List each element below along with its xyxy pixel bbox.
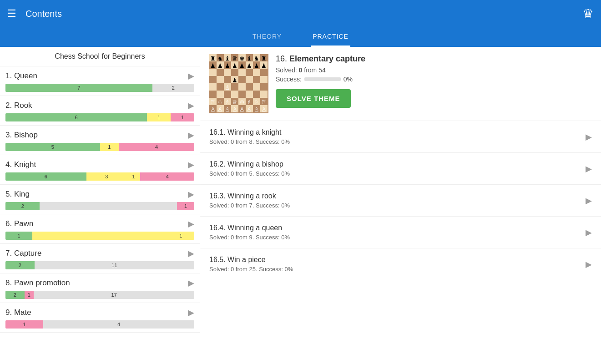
sub-lesson-3[interactable]: 16.3. Winning a rook Solved: 0 from 7. S… (200, 185, 601, 217)
svg-rect-13 (217, 76, 224, 83)
sidebar-item-label: 1. Queen (5, 71, 37, 81)
svg-rect-15 (246, 76, 253, 83)
svg-text:♙: ♙ (261, 106, 267, 113)
bar-pink: 1 (5, 320, 43, 329)
progress-bar: 7 2 (5, 84, 194, 92)
play-icon: ▶ (586, 132, 592, 142)
sub-lesson-title: 16.2. Winning a bishop (209, 160, 580, 168)
lesson-title: 16. Elementary capture (276, 54, 592, 64)
svg-text:♗: ♗ (247, 99, 252, 106)
sidebar-item-label: 5. King (5, 190, 30, 199)
bar-yellow-2: 1 (167, 232, 194, 240)
bar-green: 2 (5, 202, 40, 210)
bar-empty: 17 (34, 291, 194, 299)
svg-text:♗: ♗ (225, 99, 230, 106)
progress-bar: 1 1 (5, 232, 194, 240)
lesson-stats: Solved: 0 from 54 (276, 66, 592, 74)
sidebar-item-capture[interactable]: 7. Capture ▶ 2 11 (0, 244, 200, 273)
progress-bar: 2 1 17 (5, 291, 194, 299)
tab-practice[interactable]: PRACTICE (311, 27, 350, 47)
sub-lesson-info: 16.5. Win a piece Solved: 0 from 25. Suc… (209, 256, 580, 273)
svg-rect-9 (209, 69, 217, 76)
sidebar-item-mate[interactable]: 9. Mate ▶ 1 4 (0, 303, 200, 333)
sidebar-item-bishop[interactable]: 3. Bishop ▶ 5 1 4 (0, 126, 200, 155)
bar-pink: 4 (140, 172, 194, 181)
bar-empty: 2 (152, 84, 194, 92)
progress-bar: 1 4 (5, 320, 194, 329)
sidebar-title: Chess School for Beginners (0, 47, 200, 66)
solved-total: 54 (318, 66, 326, 74)
sub-lesson-stats: Solved: 0 from 5. Success: 0% (209, 170, 580, 177)
sub-lesson-info: 16.2. Winning a bishop Solved: 0 from 5.… (209, 160, 580, 177)
play-icon: ▶ (188, 189, 194, 199)
svg-text:♙: ♙ (225, 106, 230, 113)
bar-yellow (32, 232, 167, 240)
sub-lesson-1[interactable]: 16.1. Winning a knight Solved: 0 from 8.… (200, 121, 601, 153)
sidebar-item-pawn-promotion[interactable]: 8. Pawn promotion ▶ 2 1 17 (0, 273, 200, 303)
svg-text:♘: ♘ (217, 99, 223, 106)
sub-lesson-title: 16.4. Winning a queen (209, 224, 580, 232)
sidebar-item-king[interactable]: 5. King ▶ 2 1 (0, 185, 200, 214)
sub-lesson-info: 16.1. Winning a knight Solved: 0 from 8.… (209, 128, 580, 145)
success-bar (304, 77, 341, 81)
bar-yellow: 3 (86, 172, 127, 181)
sub-lesson-5[interactable]: 16.5. Win a piece Solved: 0 from 25. Suc… (200, 248, 601, 280)
svg-text:♕: ♕ (232, 99, 237, 106)
svg-text:♝: ♝ (247, 55, 252, 62)
svg-text:♜: ♜ (261, 55, 267, 62)
bar-yellow: 1 (147, 113, 171, 121)
svg-rect-20 (253, 83, 260, 91)
bar-empty: 4 (43, 320, 194, 329)
sidebar-item-label: 4. Knight (5, 160, 36, 169)
app-header: ☰ Contents ♛ (0, 0, 601, 27)
sidebar-item-knight[interactable]: 4. Knight ▶ 6 3 1 4 (0, 155, 200, 185)
bar-green: 5 (5, 143, 100, 151)
lesson-name: Elementary capture (289, 54, 365, 63)
play-icon: ▶ (188, 101, 194, 111)
svg-text:♟: ♟ (210, 62, 216, 69)
play-icon: ▶ (586, 259, 592, 269)
lesson-info: 16. Elementary capture Solved: 0 from 54… (276, 54, 592, 108)
svg-text:♙: ♙ (239, 106, 245, 113)
bar-green: 7 (5, 84, 152, 92)
menu-icon[interactable]: ☰ (7, 8, 16, 20)
bar-green: 2 (5, 291, 25, 299)
solve-theme-button[interactable]: SOLVE THEME (276, 89, 351, 108)
sidebar-item-queen[interactable]: 1. Queen ▶ 7 2 (0, 66, 200, 96)
svg-text:♞: ♞ (254, 55, 259, 62)
svg-text:♖: ♖ (210, 99, 216, 106)
header-title: Contents (25, 9, 573, 19)
sidebar-item-pawn[interactable]: 6. Pawn ▶ 1 1 (0, 214, 200, 244)
sub-lesson-title: 16.3. Winning a rook (209, 192, 580, 200)
sub-lesson-info: 16.4. Winning a queen Solved: 0 from 9. … (209, 224, 580, 241)
play-icon: ▶ (188, 71, 194, 81)
success-value: 0% (343, 76, 353, 83)
sidebar-item-label: 3. Bishop (5, 131, 38, 140)
progress-bar: 2 11 (5, 261, 194, 269)
svg-text:♟: ♟ (232, 62, 237, 69)
svg-text:♙: ♙ (247, 106, 252, 113)
svg-text:♙: ♙ (217, 106, 223, 113)
play-icon: ▶ (188, 160, 194, 170)
crown-icon: ♛ (582, 6, 594, 21)
sub-lesson-2[interactable]: 16.2. Winning a bishop Solved: 0 from 5.… (200, 153, 601, 185)
lesson-number: 16. (276, 54, 287, 63)
svg-text:♟: ♟ (225, 62, 230, 69)
svg-text:♚: ♚ (239, 55, 245, 62)
bar-yellow: 1 (100, 143, 119, 151)
sidebar-item-label: 2. Rook (5, 101, 32, 110)
sidebar-item-label: 6. Pawn (5, 219, 33, 228)
tab-theory[interactable]: THEORY (251, 27, 283, 47)
svg-text:♟: ♟ (247, 62, 252, 69)
sub-lesson-4[interactable]: 16.4. Winning a queen Solved: 0 from 9. … (200, 217, 601, 248)
svg-rect-24 (260, 91, 268, 98)
svg-rect-11 (238, 69, 246, 76)
bar-pink: 1 (177, 202, 194, 210)
svg-rect-21 (217, 91, 224, 98)
progress-bar: 5 1 4 (5, 143, 194, 151)
sub-lesson-stats: Solved: 0 from 9. Success: 0% (209, 234, 580, 241)
svg-text:♟: ♟ (217, 62, 223, 69)
sidebar-item-rook[interactable]: 2. Rook ▶ 6 1 1 (0, 96, 200, 126)
svg-text:♟: ♟ (261, 62, 267, 69)
bar-pink: 4 (119, 143, 194, 151)
